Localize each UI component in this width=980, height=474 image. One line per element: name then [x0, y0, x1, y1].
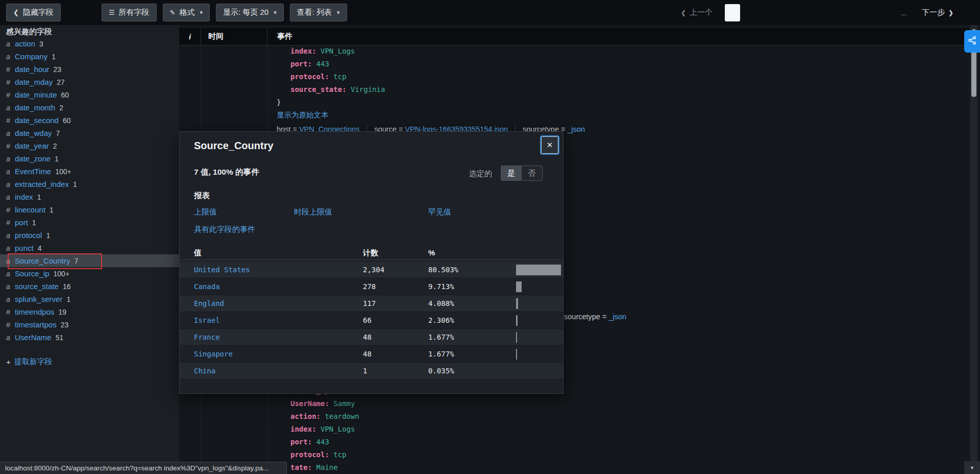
share-assistant-button[interactable]	[964, 30, 980, 53]
field-name-link[interactable]: port	[15, 218, 28, 227]
sidebar-field-item[interactable]: # date_hour 23	[0, 63, 179, 76]
field-value-link[interactable]: England	[194, 299, 224, 307]
field-value-link[interactable]: France	[194, 333, 220, 341]
top-values-by-time-link[interactable]: 时段上限值	[294, 207, 332, 217]
field-name-link[interactable]: date_zone	[15, 154, 51, 163]
sidebar-field-item[interactable]: # port 1	[0, 216, 179, 229]
meta-value-link[interactable]: _json	[608, 313, 626, 321]
field-name-link[interactable]: date_hour	[15, 65, 50, 74]
show-raw-text-link[interactable]: 显示为原始文本	[277, 109, 585, 122]
json-value[interactable]: Maine	[316, 463, 338, 471]
field-value-link[interactable]: Singapore	[194, 350, 233, 358]
extract-new-fields-link[interactable]: + 提取新字段	[0, 357, 179, 367]
page-number-button[interactable]	[850, 4, 872, 22]
field-name-link[interactable]: Source_ip	[15, 269, 50, 278]
field-name-link[interactable]: date_minute	[15, 90, 57, 99]
selected-yes-button[interactable]: 是	[501, 165, 522, 181]
json-value[interactable]: tcp	[333, 73, 346, 81]
field-name-link[interactable]: date_wday	[15, 129, 52, 137]
field-name-link[interactable]: EventTime	[15, 167, 51, 176]
field-name-link[interactable]: punct	[15, 244, 34, 252]
percent-bar-fill	[516, 265, 561, 275]
next-page-button[interactable]: 下一步 ❯	[922, 8, 953, 17]
sidebar-field-item[interactable]: a Source_ip 100+	[0, 267, 179, 280]
view-dropdown[interactable]: 查看: 列表 ▾	[290, 4, 347, 21]
field-name-link[interactable]: date_second	[15, 116, 59, 125]
field-name-link[interactable]: action	[15, 39, 35, 48]
field-name-link[interactable]: UserName	[15, 333, 52, 342]
meta-value-link[interactable]: _json	[567, 125, 585, 133]
field-name-link[interactable]: Company	[15, 52, 47, 61]
close-button[interactable]: ✕	[541, 136, 558, 154]
page-number-button[interactable]	[872, 4, 893, 22]
sidebar-field-item[interactable]: # timestartpos 23	[0, 318, 179, 331]
sidebar-field-item[interactable]: # date_second 60	[0, 114, 179, 127]
sidebar-field-item[interactable]: a protocol 1	[0, 229, 179, 242]
page-number-button[interactable]	[807, 4, 829, 22]
field-name-link[interactable]: timestartpos	[15, 320, 57, 329]
rare-values-link[interactable]: 罕见值	[428, 207, 451, 217]
sidebar-field-item[interactable]: # timeendpos 19	[0, 305, 179, 318]
prev-page-button[interactable]: ❮ 上一个	[681, 8, 713, 17]
json-value[interactable]: 443	[316, 60, 329, 68]
sidebar-field-item[interactable]: a index 1	[0, 191, 179, 203]
field-name-link[interactable]: splunk_server	[15, 295, 62, 303]
json-value[interactable]: VPN_Logs	[321, 425, 355, 433]
list-menu-icon: ☰	[109, 9, 115, 16]
field-name-link[interactable]: linecount	[15, 205, 45, 214]
page-number-button[interactable]	[829, 4, 850, 22]
page-number-button[interactable]	[743, 4, 765, 22]
field-name-link[interactable]: extracted_index	[15, 180, 69, 188]
sidebar-field-item[interactable]: a UserName 51	[0, 331, 179, 344]
json-value[interactable]: VPN_Logs	[321, 47, 355, 55]
field-name-link[interactable]: Source_Country	[15, 256, 70, 265]
per-page-dropdown[interactable]: 显示: 每页 20 ▾	[216, 4, 284, 21]
selected-no-button[interactable]: 否	[522, 165, 543, 181]
sidebar-field-item[interactable]: a punct 4	[0, 242, 179, 254]
field-name-link[interactable]: timeendpos	[15, 307, 55, 316]
scroll-down-button[interactable]: ▼	[964, 461, 980, 474]
sidebar-field-item[interactable]: a EventTime 100+	[0, 165, 179, 178]
sidebar-field-item[interactable]: a Source_Country 7	[0, 254, 179, 267]
sidebar-field-item[interactable]: # date_minute 60	[0, 88, 179, 101]
vertical-scrollbar[interactable]	[970, 25, 977, 461]
json-line: tateMaine	[277, 461, 398, 474]
json-value[interactable]: teardown	[325, 412, 359, 420]
field-name-link[interactable]: index	[15, 193, 33, 201]
sidebar-field-item[interactable]: # linecount 1	[0, 203, 179, 216]
format-dropdown[interactable]: ✎ 格式 ▾	[163, 4, 210, 21]
page-number-button[interactable]	[725, 4, 740, 21]
json-value[interactable]: Virginia	[351, 85, 385, 93]
hide-fields-button[interactable]: ❮ 隐藏字段	[6, 4, 61, 21]
sidebar-field-item[interactable]: a source_state 16	[0, 280, 179, 293]
events-with-field-link[interactable]: 具有此字段的事件	[194, 225, 255, 234]
field-name-link[interactable]: source_state	[15, 282, 59, 291]
value-percent: 0.035%	[428, 367, 454, 375]
page-number-button[interactable]	[765, 4, 786, 22]
field-name-link[interactable]: date_year	[15, 141, 49, 150]
json-value[interactable]: 443	[316, 438, 329, 446]
top-values-link[interactable]: 上限值	[194, 207, 217, 217]
field-count: 60	[61, 91, 69, 99]
sidebar-field-item[interactable]: a splunk_server 1	[0, 293, 179, 305]
field-name-link[interactable]: date_mday	[15, 78, 53, 86]
sidebar-field-item[interactable]: # date_year 2	[0, 139, 179, 152]
field-value-row: Canada 278 9.713%	[180, 278, 563, 295]
field-value-link[interactable]: China	[194, 367, 215, 375]
sidebar-field-item[interactable]: a action 3	[0, 37, 179, 50]
sidebar-field-item[interactable]: a date_zone 1	[0, 152, 179, 165]
field-value-link[interactable]: United States	[194, 266, 250, 274]
sidebar-field-item[interactable]: a date_month 2	[0, 101, 179, 114]
field-name-link[interactable]: protocol	[15, 231, 42, 240]
json-value[interactable]: tcp	[333, 451, 346, 459]
field-name-link[interactable]: date_month	[15, 103, 55, 112]
field-value-link[interactable]: Canada	[194, 282, 220, 291]
all-fields-button[interactable]: ☰ 所有字段	[102, 4, 157, 21]
sidebar-field-item[interactable]: a date_wday 7	[0, 127, 179, 139]
page-number-button[interactable]	[786, 4, 807, 22]
sidebar-field-item[interactable]: a extracted_index 1	[0, 178, 179, 191]
sidebar-field-item[interactable]: # date_mday 27	[0, 76, 179, 88]
json-value[interactable]: Sammy	[333, 399, 355, 408]
sidebar-field-item[interactable]: a Company 1	[0, 50, 179, 63]
field-value-link[interactable]: Israel	[194, 316, 220, 324]
